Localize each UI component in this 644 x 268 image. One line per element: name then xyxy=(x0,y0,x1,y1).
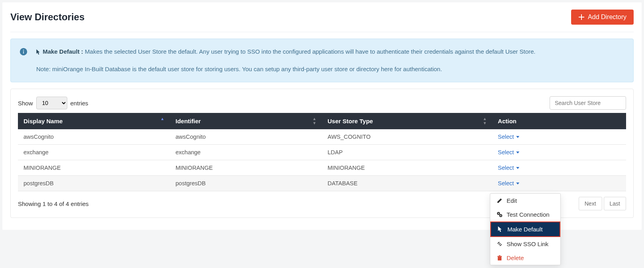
select-label: Select xyxy=(498,180,514,186)
select-action[interactable]: Select xyxy=(498,134,519,140)
dropdown-test-connection[interactable]: Test Connection xyxy=(490,208,560,221)
info-text-wrap: Make Default : Makes the selected User S… xyxy=(36,47,536,74)
entries-select[interactable]: 10 xyxy=(36,97,67,109)
sort-down-icon: ▼ xyxy=(483,122,487,124)
caret-down-icon xyxy=(516,167,519,169)
svg-rect-9 xyxy=(498,257,501,260)
page-title: View Directories xyxy=(10,12,84,23)
col-identifier[interactable]: Identifier ▲ ▼ xyxy=(170,113,322,129)
svg-point-8 xyxy=(500,215,501,216)
dropdown-make-default-label: Make Default xyxy=(507,226,542,233)
cell-identifier: MINIORANGE xyxy=(170,160,322,176)
table-row: MINIORANGE MINIORANGE MINIORANGE Select xyxy=(18,160,626,176)
sort-up-icon: ▲ xyxy=(483,118,487,120)
col-user-store-type-label: User Store Type xyxy=(328,118,373,124)
table-body: awsCognito awsCognito AWS_COGNITO Select… xyxy=(18,129,626,191)
cell-identifier: postgresDB xyxy=(170,176,322,191)
info-note: Note: miniOrange In-Built Database is th… xyxy=(36,64,536,74)
col-action: Action xyxy=(492,113,626,129)
make-default-desc: Makes the selected User Store the defaul… xyxy=(83,48,536,55)
cell-user-store-type: DATABASE xyxy=(322,176,493,191)
col-display-name[interactable]: Display Name ▲ xyxy=(18,113,170,129)
caret-down-icon xyxy=(516,136,519,138)
plus-icon xyxy=(578,14,585,20)
dropdown-menu: Edit Test Connection Make Default Show S… xyxy=(490,193,561,265)
add-directory-label: Add Directory xyxy=(588,14,626,21)
caret-down-icon xyxy=(516,151,519,153)
table-row: exchange exchange LDAP Select xyxy=(18,145,626,160)
edit-icon xyxy=(497,198,503,204)
select-action[interactable]: Select xyxy=(498,180,519,186)
cell-user-store-type: AWS_COGNITO xyxy=(322,129,493,145)
dropdown-edit[interactable]: Edit xyxy=(490,194,560,208)
pagination: Next Last xyxy=(579,197,626,210)
add-directory-button[interactable]: Add Directory xyxy=(571,10,634,25)
col-display-name-label: Display Name xyxy=(23,118,63,124)
dropdown-test-label: Test Connection xyxy=(507,211,550,218)
cell-display-name: exchange xyxy=(18,145,170,160)
col-user-store-type[interactable]: User Store Type ▲ ▼ xyxy=(322,113,493,129)
pagination-last[interactable]: Last xyxy=(604,197,626,210)
link-icon xyxy=(497,241,503,247)
table-row: awsCognito awsCognito AWS_COGNITO Select xyxy=(18,129,626,145)
select-action[interactable]: Select xyxy=(498,149,519,155)
entries-label: entries xyxy=(70,100,88,107)
select-action[interactable]: Select xyxy=(498,165,519,171)
show-label: Show xyxy=(18,100,33,107)
cell-user-store-type: LDAP xyxy=(322,145,493,160)
cell-user-store-type: MINIORANGE xyxy=(322,160,493,176)
dropdown-make-default[interactable]: Make Default xyxy=(490,221,560,237)
gears-icon xyxy=(497,212,503,218)
dropdown-delete[interactable]: Delete xyxy=(490,251,560,265)
info-icon xyxy=(20,48,27,56)
page-header: View Directories Add Directory xyxy=(10,7,634,32)
pagination-next[interactable]: Next xyxy=(579,197,602,210)
cell-identifier: awsCognito xyxy=(170,129,322,145)
search-input[interactable] xyxy=(550,96,626,110)
table-controls: Show 10 entries xyxy=(18,96,626,110)
cursor-icon xyxy=(36,49,41,55)
select-label: Select xyxy=(498,149,514,155)
trash-icon xyxy=(497,255,503,261)
svg-rect-3 xyxy=(23,51,24,54)
info-icon-wrap xyxy=(20,47,27,74)
table-header-row: Display Name ▲ Identifier ▲ ▼ User Store… xyxy=(18,113,626,129)
sort-up-icon: ▲ xyxy=(313,118,317,120)
cell-identifier: exchange xyxy=(170,145,322,160)
dropdown-edit-label: Edit xyxy=(507,197,517,204)
showing-text: Showing 1 to 4 of 4 entries xyxy=(18,200,89,207)
sort-down-icon: ▼ xyxy=(313,122,317,124)
svg-point-4 xyxy=(23,50,24,50)
svg-rect-10 xyxy=(497,256,502,257)
cell-display-name: awsCognito xyxy=(18,129,170,145)
dropdown-show-sso[interactable]: Show SSO Link xyxy=(490,237,560,251)
cell-display-name: postgresDB xyxy=(18,176,170,191)
select-label: Select xyxy=(498,165,514,171)
show-entries-wrap: Show 10 entries xyxy=(18,97,88,109)
col-identifier-label: Identifier xyxy=(176,118,201,124)
svg-point-7 xyxy=(498,213,499,214)
directories-table: Display Name ▲ Identifier ▲ ▼ User Store… xyxy=(18,113,626,191)
select-label: Select xyxy=(498,134,514,140)
svg-rect-11 xyxy=(499,255,501,256)
info-box: Make Default : Makes the selected User S… xyxy=(10,39,634,82)
info-line-1: Make Default : Makes the selected User S… xyxy=(36,47,536,56)
make-default-label: Make Default : xyxy=(43,48,83,55)
col-action-label: Action xyxy=(498,118,517,124)
table-row: postgresDB postgresDB DATABASE Select xyxy=(18,176,626,191)
sort-up-icon: ▲ xyxy=(161,118,164,120)
svg-rect-1 xyxy=(579,17,584,17)
cell-display-name: MINIORANGE xyxy=(18,160,170,176)
cursor-icon xyxy=(497,226,503,232)
dropdown-show-sso-label: Show SSO Link xyxy=(507,241,548,247)
dropdown-delete-label: Delete xyxy=(507,254,524,261)
caret-down-icon xyxy=(516,183,519,184)
